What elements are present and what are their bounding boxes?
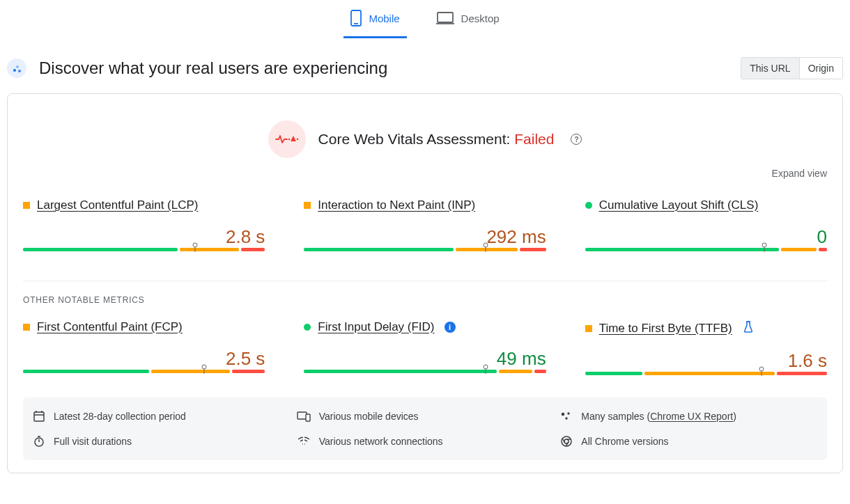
expand-view-link[interactable]: Expand view [23,161,827,198]
svg-rect-27 [298,412,307,419]
assessment-prefix: Core Web Vitals Assessment: [318,131,515,147]
footer-info: Latest 28-day collection period Various … [23,397,827,460]
wifi-icon [297,436,311,446]
svg-rect-2 [438,13,453,22]
metric-bar-fid [304,370,546,373]
help-icon[interactable]: ? [571,134,582,145]
metric-bar-lcp [23,248,265,251]
tab-desktop-label: Desktop [461,13,500,24]
tab-mobile-label: Mobile [369,13,399,24]
svg-point-21 [759,367,764,371]
tab-mobile[interactable]: Mobile [343,0,406,38]
svg-point-16 [202,365,206,369]
svg-point-4 [13,69,16,72]
svg-point-14 [762,243,766,247]
metric-name-lcp[interactable]: Largest Contentful Paint (LCP) [37,198,199,212]
assessment-text: Core Web Vitals Assessment: Failed [318,131,555,148]
svg-point-31 [566,417,568,419]
assessment-status: Failed [514,131,554,147]
metric-name-ttfb[interactable]: Time to First Byte (TTFB) [599,322,732,336]
svg-rect-23 [34,412,44,421]
footer-versions: All Chrome versions [560,435,817,448]
svg-point-18 [484,365,488,369]
page-title: Discover what your real users are experi… [39,58,387,78]
scope-origin[interactable]: Origin [800,58,842,79]
svg-point-30 [568,412,570,414]
metric-value-fcp: 2.5 s [23,348,265,370]
scope-this-url[interactable]: This URL [741,58,799,79]
info-icon[interactable]: i [445,322,456,333]
divider [23,281,827,281]
metric-name-cls[interactable]: Cumulative Layout Shift (CLS) [599,198,759,212]
metric-lcp: Largest Contentful Paint (LCP) 2.8 s [23,198,265,268]
svg-point-8 [288,139,290,141]
svg-point-9 [296,139,298,141]
samples-icon [560,411,573,421]
status-badge-failed-icon [268,120,306,158]
status-square-orange-icon [304,202,311,209]
status-circle-green-icon [585,202,592,209]
assessment-row: Core Web Vitals Assessment: Failed ? [23,109,827,161]
tab-desktop[interactable]: Desktop [429,1,507,37]
metric-fcp: First Contentful Paint (FCP) 2.5 s [23,320,265,392]
metric-name-inp[interactable]: Interaction to Next Paint (INP) [318,198,475,212]
header: Discover what your real users are experi… [0,39,850,88]
footer-samples: Many samples (Chrome UX Report) [560,410,817,423]
footer-collection-period: Latest 28-day collection period [33,410,290,423]
other-metrics-row: First Contentful Paint (FCP) 2.5 s First… [23,320,827,392]
status-square-orange-icon [23,202,30,209]
status-circle-green-icon [304,324,311,331]
insights-icon [7,58,26,78]
svg-point-29 [562,413,565,416]
metric-inp: Interaction to Next Paint (INP) 292 ms [304,198,546,268]
calendar-icon [33,410,45,423]
assessment-card: Core Web Vitals Assessment: Failed ? Exp… [7,93,843,473]
metric-bar-cls [585,248,827,251]
metric-value-ttfb: 1.6 s [585,350,827,372]
desktop-icon [436,11,454,25]
svg-point-10 [193,243,197,247]
metric-name-fcp[interactable]: First Contentful Paint (FCP) [37,320,183,334]
scope-toggle: This URL Origin [741,57,843,79]
metric-bar-inp [304,248,546,251]
metric-name-fid[interactable]: First Input Delay (FID) [318,320,434,334]
metric-value-cls: 0 [585,226,827,248]
svg-point-6 [18,70,21,72]
status-square-orange-icon [585,325,592,332]
svg-rect-28 [306,414,310,421]
crux-report-link[interactable]: Chrome UX Report [650,411,733,422]
metric-value-fid: 49 ms [304,348,546,370]
metric-bar-ttfb [585,372,827,375]
svg-point-5 [16,65,19,68]
metric-ttfb: Time to First Byte (TTFB) 1.6 s [585,320,827,392]
core-web-vitals-row: Largest Contentful Paint (LCP) 2.8 s Int… [23,198,827,268]
metric-cls: Cumulative Layout Shift (CLS) 0 [585,198,827,268]
mobile-icon [350,10,362,26]
metric-fid: First Input Delay (FID) i 49 ms [304,320,546,392]
stopwatch-icon [33,435,45,448]
flask-icon[interactable] [743,320,753,336]
metric-bar-fcp [23,370,265,373]
chrome-icon [560,435,573,448]
svg-marker-7 [291,136,296,141]
metric-value-inp: 292 ms [304,226,546,248]
metric-value-lcp: 2.8 s [23,226,265,248]
status-square-orange-icon [23,324,30,331]
other-metrics-heading: OTHER NOTABLE METRICS [23,295,827,305]
footer-devices: Various mobile devices [297,410,554,423]
device-tabs: Mobile Desktop [0,0,850,39]
devices-icon [297,411,311,422]
footer-durations: Full visit durations [33,435,290,448]
footer-network: Various network connections [297,435,554,448]
svg-point-12 [484,243,488,247]
